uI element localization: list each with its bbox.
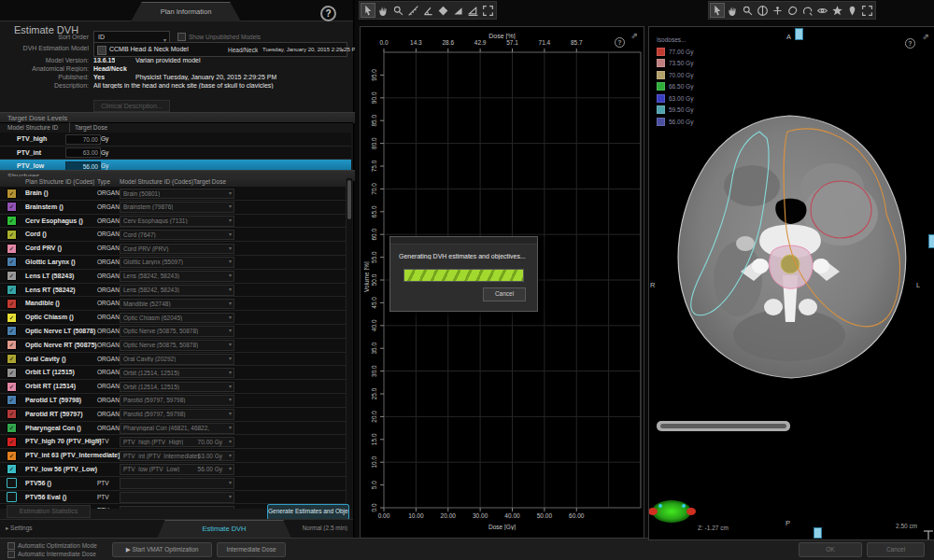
structure-checkbox[interactable]: ✓ [7, 451, 17, 461]
pan-icon[interactable] [725, 3, 740, 18]
structures-scrollbar[interactable] [346, 178, 352, 509]
structure-row[interactable]: ✓ Mandible () ORGAN Mandible (52748) ▾ [0, 297, 346, 311]
structure-row[interactable]: ✓ Cerv Esophagus () ORGAN Cerv Esophagus… [0, 215, 346, 229]
col-plan-structure-id[interactable]: Plan Structure ID (Codes) [25, 176, 94, 187]
structure-checkbox[interactable]: ✓ [7, 368, 17, 378]
visibility-icon[interactable] [814, 3, 829, 18]
auto-intermediate-checkbox[interactable] [7, 551, 15, 558]
col-model-structure-id[interactable]: Model Structure ID [7, 122, 70, 133]
target-dose-row[interactable]: PTV_high 70.00 Gy [0, 133, 351, 147]
zoom-icon[interactable] [390, 3, 405, 18]
structure-checkbox[interactable]: ✓ [7, 299, 17, 309]
move-point-icon[interactable] [770, 3, 785, 18]
structure-model-dropdown[interactable]: PTV_high (PTV_High) 70.00 Gy ▾ [120, 437, 234, 448]
structure-checkbox[interactable]: ✓ [7, 216, 17, 226]
structure-checkbox[interactable]: ✓ [7, 340, 17, 350]
structure-model-dropdown[interactable]: Pharyngeal Con (46821, 46822, 4 ▾ [120, 423, 234, 434]
structure-model-dropdown[interactable]: Orbit (12514, 12515) ▾ [120, 368, 234, 379]
structure-model-dropdown[interactable]: Brain (50801) ▾ [120, 189, 234, 200]
progress-cancel-button[interactable]: Cancel [483, 287, 526, 301]
structure-checkbox[interactable]: ✓ [7, 437, 17, 447]
structure-row[interactable]: ✓ Optic Chiasm () ORGAN Optic Chiasm (62… [0, 311, 346, 325]
structure-checkbox[interactable]: ✓ [7, 285, 17, 295]
slice-slider-bottom[interactable] [814, 527, 822, 539]
col-type[interactable]: Type [97, 176, 110, 187]
measure-distance-icon[interactable] [405, 3, 420, 18]
structure-model-dropdown[interactable]: ▾ [120, 506, 234, 509]
structure-model-dropdown[interactable]: Lens (58242, 58243) ▾ [120, 285, 234, 296]
structure-checkbox[interactable]: ✓ [7, 230, 17, 240]
structure-model-dropdown[interactable]: PTV_int (PTV_Intermediate) 63.00 Gy ▾ [120, 451, 234, 462]
target-dose-row[interactable]: PTV_int 63.00 Gy [0, 147, 351, 161]
progress-dialog-titlebar[interactable] [390, 237, 537, 245]
estimation-statistics-button[interactable]: Estimation Statistics [7, 505, 91, 518]
scrollbar-thumb[interactable] [347, 180, 351, 219]
structure-row[interactable]: ✓ Optic Nerve LT (50878) ORGAN Optic Ner… [0, 325, 346, 339]
structure-model-dropdown[interactable]: Cerv Esophagus (7131) ▾ [120, 216, 234, 227]
structure-checkbox[interactable]: ✓ [7, 202, 17, 212]
structure-model-dropdown[interactable]: Lens (58242, 58243) ▾ [120, 271, 234, 282]
dvh-model-select[interactable]: CCMB Head & Neck Model Head/Neck Tuesday… [93, 42, 347, 57]
cancel-button[interactable]: Cancel [867, 542, 925, 557]
chart-help-icon[interactable]: ? [615, 32, 625, 49]
target-dose-input[interactable]: 63.00 [65, 147, 101, 158]
ct-help-icon[interactable]: ? [905, 33, 915, 49]
structure-checkbox[interactable]: ✓ [7, 189, 17, 199]
structure-model-dropdown[interactable]: PTV_low (PTV_Low) 56.00 Gy ▾ [120, 464, 234, 475]
dvh-wedge-icon[interactable] [450, 3, 465, 18]
structure-row[interactable]: ✓ Cord () ORGAN Cord (7647) ▾ [0, 228, 346, 242]
structure-checkbox[interactable]: ✓ [7, 409, 17, 419]
structure-row[interactable]: ✓ Lens RT (58242) ORGAN Lens (58242, 582… [0, 284, 346, 298]
structure-row[interactable]: ✓ PTV_high 70 (PTV_High) PTV PTV_high (P… [0, 435, 346, 449]
col-model-structure-id-codes[interactable]: Model Structure ID (Codes) [120, 176, 193, 187]
structure-model-dropdown[interactable]: Cord (7647) ▾ [120, 230, 234, 241]
col-target-dose[interactable]: Target Dose [75, 122, 107, 133]
structure-model-dropdown[interactable]: Mandible (52748) ▾ [120, 299, 234, 310]
structure-checkbox[interactable]: ✓ [7, 464, 17, 474]
structure-model-dropdown[interactable]: Optic Nerve (50875, 50878) ▾ [120, 340, 234, 351]
clinical-description-button[interactable]: Clinical Description... [93, 100, 170, 112]
isodose-legend-item[interactable]: 56.00 Gy [657, 116, 693, 128]
fit-view-icon[interactable] [480, 3, 495, 18]
structure-row[interactable]: PTV56 Eval () PTV ▾ [0, 491, 346, 505]
structure-row[interactable]: ✓ Cord PRV () ORGAN Cord PRV (PRV) ▾ [0, 242, 346, 256]
slice-slider-top[interactable] [795, 28, 803, 40]
fit-view-icon[interactable] [859, 3, 874, 18]
tab-estimate-dvh[interactable]: Estimate DVH [157, 520, 291, 539]
col-structure-target-dose[interactable]: Target Dose [193, 176, 226, 187]
window-level-icon[interactable] [755, 3, 770, 18]
ct-expand-icon[interactable]: ⇗ [922, 32, 929, 41]
generate-estimates-button[interactable]: Generate Estimates and Objectives [267, 504, 349, 520]
structure-model-dropdown[interactable]: Parotid (59797, 59798) ▾ [120, 395, 234, 406]
help-icon[interactable]: ? [320, 6, 336, 21]
structure-row[interactable]: ✓ Parotid LT (59798) ORGAN Parotid (5979… [0, 394, 346, 408]
tab-plan-information[interactable]: Plan Information [131, 2, 241, 21]
cursor-icon[interactable] [361, 3, 375, 18]
target-dose-input[interactable]: 70.00 [65, 134, 101, 145]
structure-checkbox[interactable]: ✓ [7, 313, 17, 323]
auto-optimization-checkbox[interactable] [7, 542, 15, 550]
isodose-legend-item[interactable]: 59.50 Gy [657, 105, 693, 117]
structure-row[interactable]: ✓ Brainstem () ORGAN Brainstem (79876) ▾ [0, 201, 346, 215]
pan-icon[interactable] [375, 3, 390, 18]
structure-model-dropdown[interactable]: Optic Nerve (50875, 50878) ▾ [120, 326, 234, 337]
structure-checkbox[interactable] [7, 478, 17, 488]
structure-row[interactable]: ✓ Glottic Larynx () ORGAN Glottic Larynx… [0, 256, 346, 270]
structure-checkbox[interactable]: ✓ [7, 395, 17, 405]
structure-row[interactable]: ✓ PTV_low 56 (PTV_Low) PTV_low (PTV_Low)… [0, 463, 346, 477]
structure-model-dropdown[interactable]: Orbit (12514, 12515) ▾ [120, 382, 234, 393]
ok-button[interactable]: OK [799, 542, 862, 557]
isodose-legend-item[interactable]: 73.50 Gy [657, 58, 693, 70]
isodose-legend-item[interactable]: 77.00 Gy [657, 46, 693, 58]
star-tool-icon[interactable] [829, 3, 844, 18]
structure-model-dropdown[interactable]: Parotid (59797, 59798) ▾ [120, 409, 234, 420]
structure-checkbox[interactable] [7, 492, 17, 502]
start-vmat-button[interactable]: ▶ Start VMAT Optimization [112, 542, 212, 557]
settings-tab[interactable]: ▸ Settings [6, 525, 33, 532]
structure-row[interactable]: ✓ Pharyngeal Con () ORGAN Pharyngeal Con… [0, 422, 346, 436]
structure-row[interactable]: ✓ Optic Nerve RT (50875) ORGAN Optic Ner… [0, 339, 346, 353]
intermediate-dose-button[interactable]: Intermediate Dose [217, 542, 286, 557]
contour-edit-icon[interactable] [800, 3, 814, 18]
dvh-wedge-alt-icon[interactable] [465, 3, 480, 18]
structure-model-dropdown[interactable]: Optic Chiasm (62045) ▾ [120, 313, 234, 324]
